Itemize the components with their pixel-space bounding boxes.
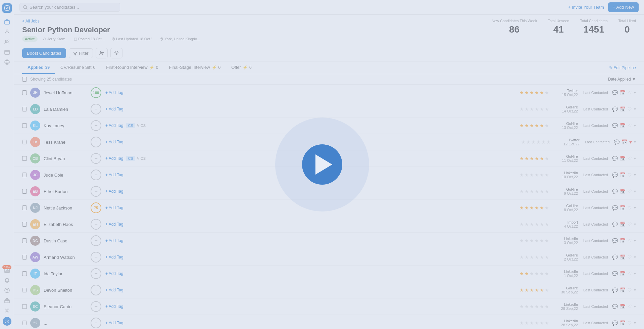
candidate-name[interactable]: Lala Damien — [44, 107, 91, 112]
candidate-name[interactable]: Ida Taylor — [44, 271, 91, 276]
favorite-icon[interactable]: ♡ — [628, 287, 632, 293]
edit-tag-icon[interactable]: ✎ CS — [137, 156, 146, 161]
add-tag-button[interactable]: + Add Tag — [105, 123, 123, 128]
sidebar-icon-help[interactable] — [3, 287, 11, 294]
row-checkbox[interactable] — [22, 288, 27, 292]
add-tag-button[interactable]: + Add Tag — [105, 173, 123, 177]
edit-tag-icon[interactable]: ✎ CS — [137, 124, 146, 128]
message-icon[interactable]: 💬 — [612, 189, 618, 194]
boost-candidates-button[interactable]: Boost Candidates — [22, 48, 66, 58]
add-tag-button[interactable]: + Add Tag — [105, 222, 123, 227]
candidate-name[interactable]: Jewel Huffman — [44, 90, 91, 95]
candidate-name[interactable]: ... — [44, 321, 91, 326]
user-avatar[interactable]: JK — [3, 317, 11, 326]
row-dropdown-chevron[interactable]: ▾ — [634, 107, 636, 111]
candidate-name[interactable]: Nettie Jackson — [44, 205, 91, 210]
row-checkbox[interactable] — [22, 304, 27, 309]
add-tag-button[interactable]: + Add Tag — [105, 205, 123, 210]
row-dropdown-chevron[interactable]: ▾ — [634, 140, 636, 144]
calendar-action-icon[interactable]: 📅 — [620, 123, 626, 128]
calendar-action-icon[interactable]: 📅 — [620, 205, 626, 210]
sidebar-icon-settings[interactable] — [3, 307, 11, 314]
message-icon[interactable]: 💬 — [612, 320, 618, 326]
favorite-icon[interactable]: ♡ — [628, 172, 632, 178]
star-rating[interactable]: ★★★★★★ — [519, 205, 549, 210]
search-box[interactable] — [19, 3, 120, 12]
favorite-icon[interactable]: ♡ — [628, 304, 632, 309]
candidate-name[interactable]: Clint Bryan — [44, 156, 91, 161]
star-rating[interactable]: ★★★★★★ — [521, 139, 551, 145]
message-icon[interactable]: 💬 — [612, 254, 618, 260]
star-rating[interactable]: ★★★★★★ — [519, 156, 549, 161]
favorite-icon[interactable]: ♡ — [628, 90, 632, 95]
add-tag-button[interactable]: + Add Tag — [105, 189, 123, 194]
calendar-action-icon[interactable]: 📅 — [620, 172, 626, 178]
favorite-icon[interactable]: ♡ — [628, 123, 632, 128]
add-tag-button[interactable]: + Add Tag — [105, 271, 123, 276]
candidate-name[interactable]: Kay Laney — [44, 123, 91, 128]
sidebar-icon-jobs[interactable] — [3, 18, 11, 26]
row-dropdown-chevron[interactable]: ▾ — [634, 238, 636, 243]
row-dropdown-chevron[interactable]: ▾ — [634, 255, 636, 260]
row-dropdown-chevron[interactable]: ▾ — [634, 189, 636, 194]
row-checkbox[interactable] — [22, 321, 27, 325]
app-logo[interactable] — [2, 3, 12, 13]
add-tag-button[interactable]: + Add Tag — [105, 288, 123, 292]
date-sort-button[interactable]: Date Applied ▼ — [608, 77, 636, 82]
add-user-button[interactable] — [96, 48, 108, 58]
favorite-icon[interactable]: ♡ — [628, 271, 632, 276]
row-checkbox[interactable] — [22, 173, 27, 177]
candidate-name[interactable]: Eleanor Cantu — [44, 304, 91, 309]
add-tag-button[interactable]: + Add Tag — [105, 90, 123, 95]
row-dropdown-chevron[interactable]: ▾ — [634, 205, 636, 210]
sidebar-icon-gift[interactable] — [3, 297, 11, 304]
star-rating[interactable]: ★★★★★★ — [519, 189, 549, 194]
message-icon[interactable]: 💬 — [612, 123, 618, 128]
row-checkbox[interactable] — [22, 238, 27, 243]
row-checkbox[interactable] — [22, 205, 27, 210]
favorite-icon[interactable]: ♡ — [628, 106, 632, 112]
back-link[interactable]: < All Jobs — [22, 19, 200, 23]
row-checkbox[interactable] — [22, 271, 27, 276]
message-icon[interactable]: 💬 — [612, 271, 618, 276]
favorite-icon[interactable]: ♡ — [628, 222, 632, 227]
row-checkbox[interactable] — [22, 123, 27, 128]
candidate-name[interactable]: Ethel Burton — [44, 189, 91, 194]
star-rating[interactable]: ★★★★★★ — [519, 304, 549, 309]
row-checkbox[interactable] — [22, 90, 27, 95]
candidate-name[interactable]: Devon Shelton — [44, 288, 91, 293]
message-icon[interactable]: 💬 — [612, 90, 618, 95]
favorite-icon[interactable]: ♡ — [628, 205, 632, 210]
message-icon[interactable]: 💬 — [614, 139, 620, 145]
settings-button[interactable] — [110, 48, 122, 58]
invite-team-button[interactable]: + Invite Your Team — [568, 5, 604, 10]
tab-first-round[interactable]: First-Round Interview ⚡ 0 — [101, 61, 163, 74]
calendar-action-icon[interactable]: 📅 — [620, 254, 626, 260]
calendar-action-icon[interactable]: 📅 — [620, 156, 626, 161]
add-tag-button[interactable]: + Add Tag — [105, 321, 123, 325]
calendar-action-icon[interactable]: 📅 — [620, 90, 626, 95]
star-rating[interactable]: ★★★★★★ — [519, 123, 549, 128]
select-all-checkbox[interactable] — [22, 77, 27, 82]
row-dropdown-chevron[interactable]: ▾ — [634, 156, 636, 161]
tab-applied[interactable]: Applied 39 — [22, 61, 55, 74]
row-checkbox[interactable] — [22, 140, 27, 144]
add-new-button[interactable]: + Add New — [608, 2, 639, 12]
star-rating[interactable]: ★★★★★★ — [519, 90, 549, 95]
candidate-name[interactable]: Tess Krane — [44, 140, 91, 145]
star-rating[interactable]: ★★★★★★ — [519, 320, 549, 326]
filter-button[interactable]: Filter — [69, 48, 93, 58]
tab-final-stage[interactable]: Final-Stage Interview ⚡ 0 — [163, 61, 226, 74]
add-tag-button[interactable]: + Add Tag — [105, 304, 123, 309]
row-dropdown-chevron[interactable]: ▾ — [634, 222, 636, 227]
star-rating[interactable]: ★★★★★★ — [519, 254, 549, 260]
favorite-icon[interactable]: ♡ — [628, 238, 632, 243]
tab-offer[interactable]: Offer ⚡ 0 — [226, 61, 257, 74]
star-rating[interactable]: ★★★★★★ — [519, 238, 549, 243]
star-rating[interactable]: ★★★★★★ — [519, 172, 549, 178]
calendar-action-icon[interactable]: 📅 — [620, 222, 626, 227]
calendar-action-icon[interactable]: 📅 — [620, 320, 626, 326]
add-tag-button[interactable]: + Add Tag — [105, 255, 123, 260]
sidebar-icon-notifications[interactable] — [3, 277, 11, 284]
candidate-name[interactable]: Armand Watson — [44, 255, 91, 260]
